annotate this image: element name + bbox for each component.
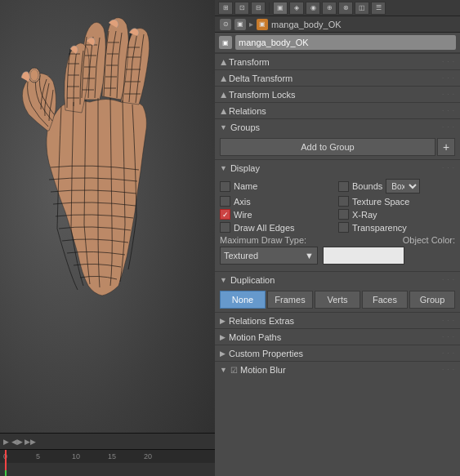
section-transform[interactable]: ▶ Transform · · ·: [215, 53, 460, 69]
relations-label: Relations: [229, 106, 266, 116]
texture-space-checkbox[interactable]: [338, 196, 349, 207]
marker-10: 10: [72, 452, 80, 460]
section-display[interactable]: ▼ Display · · ·: [215, 159, 460, 176]
object-icon: ▣: [219, 36, 232, 49]
top-toolbar: ⊞ ⊡ ⊟ ▣ ◈ ◉ ⊕ ⊗ ◫ ☰: [215, 0, 460, 16]
transform-locks-dots: · · ·: [442, 91, 455, 98]
toolbar-icon-8[interactable]: ◫: [355, 2, 369, 15]
wire-checkbox-item: Wire: [220, 209, 337, 220]
motion-paths-dots: · · ·: [442, 333, 455, 340]
timeline[interactable]: ▶ ◀▶ ▶▶ 0 5 10 15 20: [0, 433, 215, 476]
duplication-dots: · · ·: [442, 276, 455, 283]
duplication-label: Duplication: [230, 275, 275, 285]
duplication-arrow: ▼: [220, 276, 227, 284]
motion-blur-arrow: ▼: [220, 366, 227, 374]
dup-group-button[interactable]: Group: [409, 291, 455, 309]
texture-space-checkbox-label: Texture Space: [352, 197, 409, 207]
section-motion-paths[interactable]: ▶ Motion Paths · · ·: [215, 328, 460, 345]
relations-extras-dots: · · ·: [442, 317, 455, 324]
toolbar-icon-mesh[interactable]: ▣: [273, 2, 288, 15]
relations-extras-label: Relations Extras: [229, 316, 294, 326]
draw-type-row: Textured ▼: [220, 247, 455, 265]
section-duplication[interactable]: ▼ Duplication · · ·: [215, 271, 460, 287]
texture-space-checkbox-item: Texture Space: [338, 196, 455, 207]
toolbar-icon-9[interactable]: ☰: [371, 2, 386, 15]
breadcrumb-scene-icon: ⊙: [220, 19, 231, 30]
xray-checkbox[interactable]: [338, 209, 349, 220]
axis-checkbox-label: Axis: [234, 197, 251, 207]
green-marker: [5, 470, 7, 476]
delta-transform-arrow: ▶: [219, 75, 227, 81]
xray-checkbox-item: X-Ray: [338, 209, 455, 220]
display-content: Name Bounds Box Axis Texture Space: [215, 176, 460, 271]
transparency-checkbox[interactable]: [338, 222, 349, 233]
draw-all-edges-checkbox[interactable]: [220, 222, 230, 233]
object-name-row: ▣: [215, 33, 460, 52]
toolbar-icon-3[interactable]: ⊟: [251, 2, 266, 15]
add-to-group-button[interactable]: Add to Group: [220, 138, 435, 156]
breadcrumb: ⊙ ▣ ▸ ▣ manga_body_OK: [215, 16, 460, 33]
timeline-ruler: 0 5 10 15 20: [0, 450, 215, 463]
dup-faces-button[interactable]: Faces: [362, 291, 408, 309]
display-options-grid-3: Wire X-Ray: [220, 209, 455, 220]
dup-none-button[interactable]: None: [220, 291, 266, 309]
transform-label: Transform: [229, 57, 270, 67]
section-groups[interactable]: ▼ Groups · · ·: [215, 118, 460, 135]
obj-color-label: Object Color:: [403, 235, 455, 245]
object-name-input[interactable]: [235, 35, 456, 50]
section-relations[interactable]: ▶ Relations · · ·: [215, 102, 460, 118]
bounds-checkbox-label: Bounds: [352, 181, 382, 191]
display-options-grid: Name Bounds Box: [220, 179, 455, 194]
groups-arrow: ▼: [220, 123, 227, 131]
dup-frames-button[interactable]: Frames: [267, 291, 313, 309]
bounds-checkbox[interactable]: [338, 181, 349, 192]
draw-all-edges-checkbox-label: Draw All Edges: [234, 223, 295, 233]
breadcrumb-mesh-icon: ▣: [257, 19, 268, 30]
motion-paths-label: Motion Paths: [229, 332, 281, 342]
transform-locks-arrow: ▶: [219, 91, 227, 97]
toolbar-icon-7[interactable]: ⊗: [338, 2, 353, 15]
toolbar-icon-6[interactable]: ⊕: [322, 2, 337, 15]
transform-arrow: ▶: [219, 59, 227, 65]
draw-type-labels-row: Maximum Draw Type: Object Color:: [220, 235, 455, 245]
display-label: Display: [230, 163, 260, 173]
draw-type-chevron: ▼: [305, 251, 314, 260]
name-checkbox[interactable]: [220, 181, 230, 192]
wire-checkbox[interactable]: [220, 209, 230, 220]
motion-blur-label: ☑ Motion Blur: [230, 365, 286, 375]
dup-verts-button[interactable]: Verts: [315, 291, 360, 309]
toolbar-icon-1[interactable]: ⊞: [218, 2, 233, 15]
custom-properties-arrow: ▶: [220, 349, 226, 358]
groups-dots: · · ·: [442, 123, 455, 131]
toolbar-icon-2[interactable]: ⊡: [234, 2, 249, 15]
add-group-plus-button[interactable]: +: [437, 138, 455, 156]
axis-checkbox-item: Axis: [220, 196, 337, 207]
groups-content: Add to Group +: [215, 135, 460, 159]
section-delta-transform[interactable]: ▶ Delta Transform · · ·: [215, 69, 460, 86]
bounds-type-select[interactable]: Box: [386, 179, 420, 194]
section-motion-blur[interactable]: ▼ ☑ Motion Blur · · ·: [215, 361, 460, 377]
transparency-checkbox-label: Transparency: [352, 223, 407, 233]
section-transform-locks[interactable]: ▶ Transform Locks · · ·: [215, 86, 460, 102]
display-options-grid-4: Draw All Edges Transparency: [220, 222, 455, 233]
section-relations-extras[interactable]: ▶ Relations Extras · · ·: [215, 312, 460, 328]
wire-checkbox-label: Wire: [234, 210, 252, 220]
object-color-swatch[interactable]: [323, 247, 404, 265]
transform-locks-label: Transform Locks: [229, 90, 296, 100]
duplication-button-group: None Frames Verts Faces Group: [220, 291, 455, 309]
toolbar-icon-4[interactable]: ◈: [289, 2, 304, 15]
transparency-checkbox-item: Transparency: [338, 222, 455, 233]
timeline-track[interactable]: [0, 463, 215, 476]
viewport[interactable]: ▶ ◀▶ ▶▶ 0 5 10 15 20: [0, 0, 215, 476]
relations-dots: · · ·: [442, 107, 455, 114]
xray-checkbox-label: X-Ray: [352, 210, 377, 220]
axis-checkbox[interactable]: [220, 196, 230, 207]
marker-20: 20: [144, 452, 152, 460]
section-custom-properties[interactable]: ▶ Custom Properties · · ·: [215, 345, 460, 361]
toolbar-icon-5[interactable]: ◉: [306, 2, 320, 15]
motion-paths-arrow: ▶: [220, 333, 226, 341]
draw-type-value: Textured: [224, 251, 258, 260]
display-dots: · · ·: [442, 164, 455, 171]
draw-type-select[interactable]: Textured ▼: [220, 247, 318, 265]
transform-dots: · · ·: [442, 58, 455, 65]
